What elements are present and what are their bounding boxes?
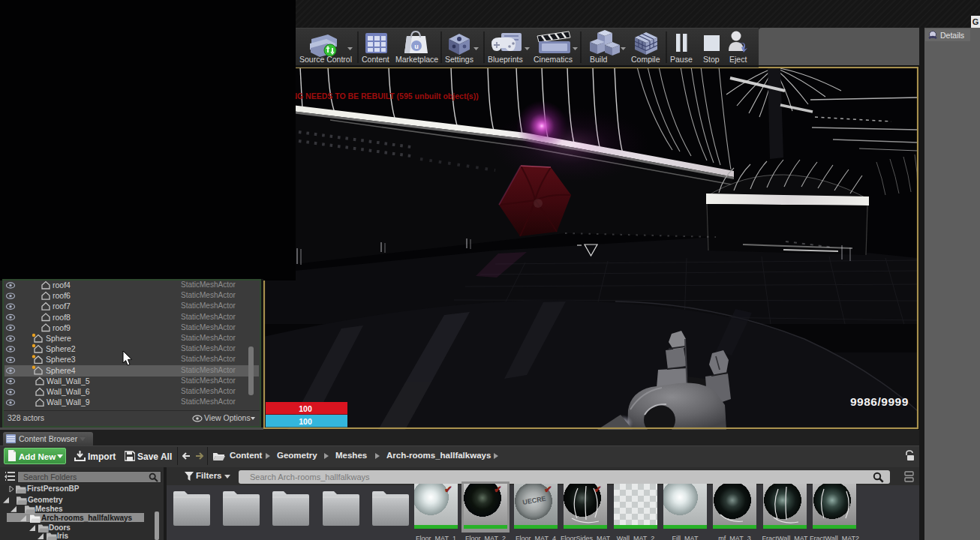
svg-text:100: 100 (299, 417, 312, 426)
svg-text:UECRE: UECRE (522, 495, 547, 506)
svg-text:100: 100 (299, 404, 312, 413)
svg-text:u: u (414, 43, 419, 50)
svg-text:LIGHTING NEEDS TO BE REBUILT (: LIGHTING NEEDS TO BE REBUILT (595 unbuil… (266, 92, 479, 100)
svg-text:9986/9999: 9986/9999 (850, 395, 909, 408)
